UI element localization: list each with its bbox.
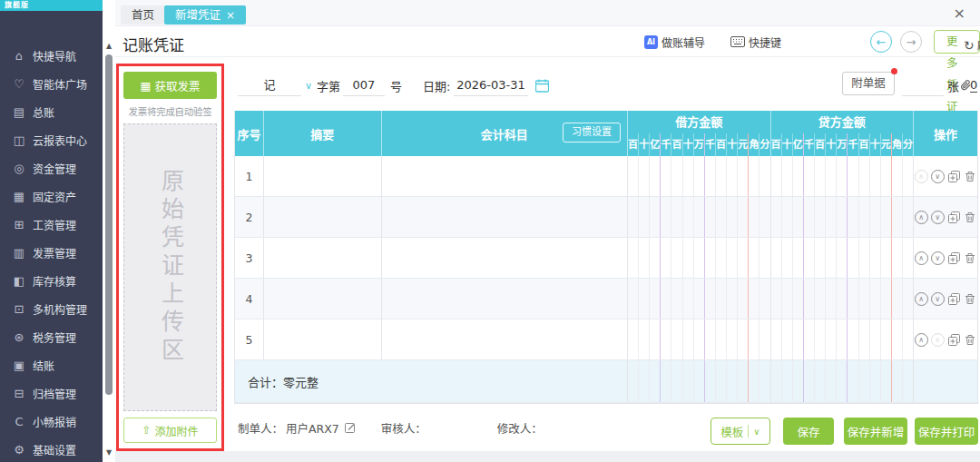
calendar-icon[interactable] [535,79,549,93]
payroll-management-icon: ⊞ [12,218,26,231]
voucher-word-dropdown-icon[interactable]: ∨ [305,80,312,92]
summary-cell[interactable] [264,319,382,359]
move-up-icon[interactable]: ∧ [915,170,928,183]
sidebar-scrollbar[interactable]: ▲ ▼ [103,0,115,462]
summary-cell[interactable] [264,197,382,237]
add-attachment-button[interactable]: ⇧添加附件 [123,418,217,443]
invoice-management-icon: ▥ [12,246,26,260]
debit-amount-cell[interactable] [628,319,771,359]
tab-home[interactable]: 首页 [121,5,165,25]
sidebar-item-closing[interactable]: ▣结账 [0,351,103,379]
sidebar-item-general-ledger[interactable]: ▤总账 [0,98,103,126]
credit-amount-cell[interactable] [771,319,915,359]
get-invoice-button[interactable]: ▦获取发票 [123,72,217,99]
save-and-new-button[interactable]: 保存并新增 [844,418,907,445]
attached-docs-button[interactable]: 附单据 [842,72,895,95]
debit-amount-cell[interactable] [628,156,771,196]
hotkeys-button[interactable]: 快捷键 [730,34,781,50]
date-input[interactable]: 2026-03-31 [454,74,528,96]
summary-cell[interactable] [264,238,382,278]
move-down-icon[interactable]: ∨ [931,333,945,347]
tab-new-voucher[interactable]: 新增凭证× [164,5,246,25]
prev-voucher-button[interactable]: ← [870,31,892,53]
template-dropdown-icon[interactable]: ∨ [753,427,760,437]
account-cell[interactable] [382,319,628,359]
account-cell[interactable] [382,156,628,196]
delete-row-icon[interactable] [964,211,977,224]
voucher-number-input[interactable]: 007 [343,74,385,96]
attachment-count-link[interactable]: 0 [970,78,977,93]
upload-dropzone[interactable]: 原始凭证上传区 [123,123,217,411]
voucher-word-input[interactable]: 记 [238,74,301,96]
sidebar-item-payroll-management[interactable]: ⊞工资管理 [0,211,103,239]
sidebar-item-xiaochang-reimburse[interactable]: C小畅报销 [0,408,103,436]
save-and-print-button[interactable]: 保存并打印 [915,418,978,445]
account-cell[interactable] [382,279,628,319]
row-seq: 5 [235,319,264,359]
accounting-coach-button[interactable]: AI做账辅导 [644,34,705,50]
credit-amount-cell[interactable] [771,238,915,278]
tab-close-icon[interactable]: × [226,9,235,22]
move-up-icon[interactable]: ∧ [915,292,928,306]
habit-setting-button[interactable]: 习惯设置 [563,123,621,143]
sidebar-item-inventory-accounting[interactable]: ◧库存核算 [0,267,103,295]
move-down-icon[interactable]: ∨ [931,170,945,183]
scrollbar-thumb[interactable] [105,54,113,395]
edit-pencil-icon[interactable] [345,422,356,433]
row-operations: ∧∨ [914,156,977,196]
summary-cell[interactable] [264,156,382,196]
debit-amount-cell[interactable] [628,279,771,319]
copy-row-icon[interactable] [947,251,961,265]
funds-management-icon: ◎ [12,162,26,175]
delete-row-icon[interactable] [964,170,977,183]
sidebar-item-funds-management[interactable]: ◎资金管理 [0,154,103,182]
basic-settings-icon: ⚙ [12,443,26,457]
digit-col-label: 十 [727,133,738,156]
scroll-down-icon[interactable]: ▼ [103,448,115,457]
summary-cell[interactable] [264,279,382,319]
copy-row-icon[interactable] [947,333,961,347]
sheet-count-input[interactable] [902,74,944,96]
digit-col-label: 千 [804,133,815,156]
credit-amount-cell[interactable] [771,279,915,319]
sidebar-item-quick-nav[interactable]: ⌂快捷导航 [0,42,103,70]
sidebar-item-archive-management[interactable]: ⊟归档管理 [0,379,103,408]
account-cell[interactable] [382,197,628,237]
move-up-icon[interactable]: ∧ [915,333,928,347]
sidebar-item-tax-management[interactable]: ⊛税务管理 [0,323,103,351]
template-button[interactable]: 模板∨ [710,418,770,445]
delete-row-icon[interactable] [964,333,977,347]
sidebar-item-agent-plaza[interactable]: ♡智能体广场 [0,70,103,98]
sidebar-item-multi-org-management[interactable]: ⊡多机构管理 [0,295,103,323]
move-up-icon[interactable]: ∧ [915,211,928,224]
scroll-up-icon[interactable]: ▲ [103,42,115,50]
sidebar-item-basic-settings[interactable]: ⚙基础设置 [0,436,103,462]
sidebar-item-invoice-management[interactable]: ▥发票管理 [0,239,103,267]
sidebar-item-cloud-report-center[interactable]: ◫云报表中心 [0,126,103,154]
move-down-icon[interactable]: ∨ [931,211,945,224]
digit-col-label: 百 [815,133,826,156]
copy-row-icon[interactable] [947,292,961,306]
credit-amount-cell[interactable] [771,197,915,237]
copy-row-icon[interactable] [947,211,961,224]
row-operations: ∧∨ [914,319,977,359]
sidebar-item-fixed-assets[interactable]: ▦固定资产 [0,182,103,211]
move-down-icon[interactable]: ∨ [931,251,945,265]
move-up-icon[interactable]: ∧ [915,251,928,265]
refresh-button[interactable]: ↻刷新 [964,36,980,54]
save-button[interactable]: 保存 [783,418,834,445]
copy-row-icon[interactable] [947,170,961,183]
move-down-icon[interactable]: ∨ [931,292,945,306]
debit-amount-cell[interactable] [628,197,771,237]
debit-amount-cell[interactable] [628,238,771,278]
next-voucher-button[interactable]: → [900,31,922,53]
archive-management-icon: ⊟ [12,387,26,400]
delete-row-icon[interactable] [964,251,977,265]
digit-col-label: 十 [826,133,837,156]
sidebar-item-label: 库存核算 [33,273,76,289]
fixed-assets-icon: ▦ [12,190,26,203]
account-cell[interactable] [382,238,628,278]
credit-amount-cell[interactable] [771,156,915,196]
delete-row-icon[interactable] [964,292,977,306]
close-icon[interactable]: × [954,5,965,22]
